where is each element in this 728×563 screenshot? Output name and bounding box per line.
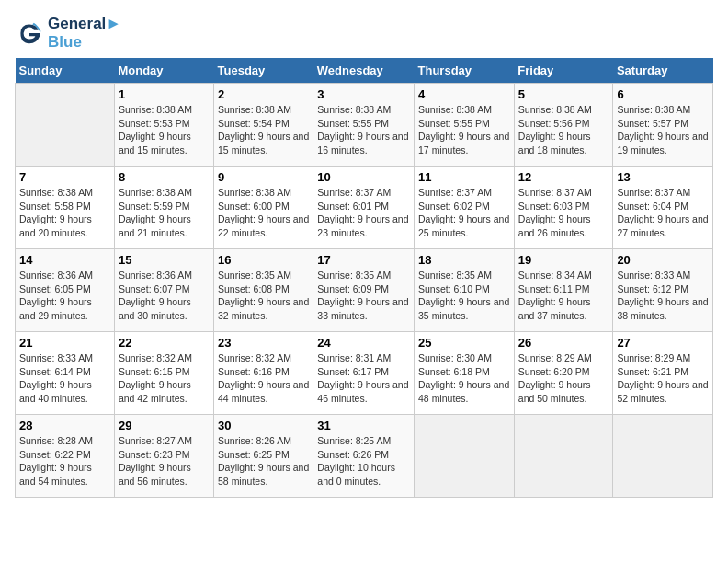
day-number: 23 — [218, 336, 309, 350]
cell-info: Sunrise: 8:29 AMSunset: 6:21 PMDaylight:… — [617, 351, 709, 406]
calendar-cell — [415, 415, 515, 498]
day-number: 31 — [317, 419, 410, 432]
calendar-cell — [16, 84, 115, 167]
day-number: 13 — [617, 170, 709, 184]
calendar-cell — [613, 415, 713, 498]
day-number: 20 — [617, 253, 709, 267]
calendar-cell: 27Sunrise: 8:29 AMSunset: 6:21 PMDayligh… — [613, 332, 713, 415]
calendar-cell — [514, 415, 613, 498]
day-number: 17 — [317, 253, 410, 267]
cell-info: Sunrise: 8:36 AMSunset: 6:07 PMDaylight:… — [119, 269, 210, 323]
day-number: 14 — [19, 253, 110, 267]
cell-info: Sunrise: 8:25 AMSunset: 6:26 PMDaylight:… — [317, 434, 410, 488]
cell-info: Sunrise: 8:37 AMSunset: 6:04 PMDaylight:… — [617, 186, 709, 240]
calendar-cell: 18Sunrise: 8:35 AMSunset: 6:10 PMDayligh… — [415, 249, 515, 332]
calendar-cell: 12Sunrise: 8:37 AMSunset: 6:03 PMDayligh… — [514, 167, 613, 249]
day-header: Thursday — [415, 58, 515, 84]
calendar-week-row: 7Sunrise: 8:38 AMSunset: 5:58 PMDaylight… — [16, 167, 713, 249]
logo-icon — [15, 18, 44, 48]
calendar-cell: 31Sunrise: 8:25 AMSunset: 6:26 PMDayligh… — [313, 415, 415, 498]
calendar-cell: 24Sunrise: 8:31 AMSunset: 6:17 PMDayligh… — [313, 332, 415, 415]
calendar-cell: 14Sunrise: 8:36 AMSunset: 6:05 PMDayligh… — [16, 249, 115, 332]
cell-info: Sunrise: 8:38 AMSunset: 5:55 PMDaylight:… — [317, 103, 410, 157]
day-number: 6 — [617, 87, 709, 101]
day-number: 30 — [218, 419, 309, 432]
calendar-cell: 7Sunrise: 8:38 AMSunset: 5:58 PMDaylight… — [16, 167, 115, 249]
calendar-cell: 3Sunrise: 8:38 AMSunset: 5:55 PMDaylight… — [313, 84, 415, 167]
day-header: Friday — [514, 58, 613, 84]
calendar-week-row: 21Sunrise: 8:33 AMSunset: 6:14 PMDayligh… — [16, 332, 713, 415]
day-header: Monday — [114, 58, 213, 84]
day-number: 28 — [19, 419, 110, 432]
calendar-cell: 25Sunrise: 8:30 AMSunset: 6:18 PMDayligh… — [415, 332, 515, 415]
day-number: 10 — [317, 170, 410, 184]
day-number: 24 — [317, 336, 410, 350]
cell-info: Sunrise: 8:37 AMSunset: 6:03 PMDaylight:… — [518, 186, 609, 240]
header-row: SundayMondayTuesdayWednesdayThursdayFrid… — [16, 58, 713, 84]
day-number: 21 — [19, 336, 110, 350]
calendar-cell: 8Sunrise: 8:38 AMSunset: 5:59 PMDaylight… — [114, 167, 213, 249]
calendar-cell: 11Sunrise: 8:37 AMSunset: 6:02 PMDayligh… — [415, 167, 515, 249]
day-number: 2 — [218, 87, 309, 101]
day-number: 8 — [119, 170, 210, 184]
cell-info: Sunrise: 8:32 AMSunset: 6:16 PMDaylight:… — [218, 351, 309, 406]
cell-info: Sunrise: 8:38 AMSunset: 6:00 PMDaylight:… — [218, 186, 309, 240]
day-number: 15 — [119, 253, 210, 267]
calendar-cell: 19Sunrise: 8:34 AMSunset: 6:11 PMDayligh… — [514, 249, 613, 332]
cell-info: Sunrise: 8:38 AMSunset: 5:57 PMDaylight:… — [617, 103, 709, 157]
logo-text: General► Blue — [48, 15, 121, 51]
day-number: 4 — [418, 87, 510, 101]
day-number: 1 — [119, 87, 210, 101]
cell-info: Sunrise: 8:26 AMSunset: 6:25 PMDaylight:… — [218, 434, 309, 488]
calendar-cell: 20Sunrise: 8:33 AMSunset: 6:12 PMDayligh… — [613, 249, 713, 332]
cell-info: Sunrise: 8:38 AMSunset: 5:53 PMDaylight:… — [119, 103, 210, 157]
day-number: 29 — [119, 419, 210, 432]
calendar-cell: 1Sunrise: 8:38 AMSunset: 5:53 PMDaylight… — [114, 84, 213, 167]
cell-info: Sunrise: 8:35 AMSunset: 6:09 PMDaylight:… — [317, 269, 410, 323]
calendar-cell: 29Sunrise: 8:27 AMSunset: 6:23 PMDayligh… — [114, 415, 213, 498]
calendar-cell: 2Sunrise: 8:38 AMSunset: 5:54 PMDaylight… — [214, 84, 313, 167]
day-number: 5 — [518, 87, 609, 101]
calendar-cell: 26Sunrise: 8:29 AMSunset: 6:20 PMDayligh… — [514, 332, 613, 415]
calendar-cell: 6Sunrise: 8:38 AMSunset: 5:57 PMDaylight… — [613, 84, 713, 167]
cell-info: Sunrise: 8:30 AMSunset: 6:18 PMDaylight:… — [418, 351, 510, 406]
calendar-cell: 10Sunrise: 8:37 AMSunset: 6:01 PMDayligh… — [313, 167, 415, 249]
calendar-week-row: 1Sunrise: 8:38 AMSunset: 5:53 PMDaylight… — [16, 84, 713, 167]
calendar-week-row: 28Sunrise: 8:28 AMSunset: 6:22 PMDayligh… — [16, 415, 713, 498]
cell-info: Sunrise: 8:35 AMSunset: 6:08 PMDaylight:… — [218, 269, 309, 323]
day-header: Tuesday — [214, 58, 313, 84]
cell-info: Sunrise: 8:38 AMSunset: 5:56 PMDaylight:… — [518, 103, 609, 157]
calendar-cell: 9Sunrise: 8:38 AMSunset: 6:00 PMDaylight… — [214, 167, 313, 249]
calendar-cell: 4Sunrise: 8:38 AMSunset: 5:55 PMDaylight… — [415, 84, 515, 167]
calendar-cell: 22Sunrise: 8:32 AMSunset: 6:15 PMDayligh… — [114, 332, 213, 415]
cell-info: Sunrise: 8:34 AMSunset: 6:11 PMDaylight:… — [518, 269, 609, 323]
day-number: 9 — [218, 170, 309, 184]
day-number: 26 — [518, 336, 609, 350]
day-header: Saturday — [613, 58, 713, 84]
day-number: 27 — [617, 336, 709, 350]
cell-info: Sunrise: 8:38 AMSunset: 5:54 PMDaylight:… — [218, 103, 309, 157]
day-header: Sunday — [16, 58, 115, 84]
calendar-cell: 16Sunrise: 8:35 AMSunset: 6:08 PMDayligh… — [214, 249, 313, 332]
page-header: General► Blue — [15, 15, 713, 51]
cell-info: Sunrise: 8:38 AMSunset: 5:59 PMDaylight:… — [119, 186, 210, 240]
calendar-cell: 17Sunrise: 8:35 AMSunset: 6:09 PMDayligh… — [313, 249, 415, 332]
calendar-cell: 21Sunrise: 8:33 AMSunset: 6:14 PMDayligh… — [16, 332, 115, 415]
cell-info: Sunrise: 8:33 AMSunset: 6:12 PMDaylight:… — [617, 269, 709, 323]
day-number: 3 — [317, 87, 410, 101]
cell-info: Sunrise: 8:35 AMSunset: 6:10 PMDaylight:… — [418, 269, 510, 323]
calendar-cell: 15Sunrise: 8:36 AMSunset: 6:07 PMDayligh… — [114, 249, 213, 332]
calendar-cell: 13Sunrise: 8:37 AMSunset: 6:04 PMDayligh… — [613, 167, 713, 249]
day-number: 25 — [418, 336, 510, 350]
day-number: 22 — [119, 336, 210, 350]
cell-info: Sunrise: 8:37 AMSunset: 6:02 PMDaylight:… — [418, 186, 510, 240]
day-number: 11 — [418, 170, 510, 184]
calendar-cell: 5Sunrise: 8:38 AMSunset: 5:56 PMDaylight… — [514, 84, 613, 167]
cell-info: Sunrise: 8:37 AMSunset: 6:01 PMDaylight:… — [317, 186, 410, 240]
cell-info: Sunrise: 8:36 AMSunset: 6:05 PMDaylight:… — [19, 269, 110, 323]
day-number: 18 — [418, 253, 510, 267]
cell-info: Sunrise: 8:38 AMSunset: 5:55 PMDaylight:… — [418, 103, 510, 157]
calendar-week-row: 14Sunrise: 8:36 AMSunset: 6:05 PMDayligh… — [16, 249, 713, 332]
calendar-table: SundayMondayTuesdayWednesdayThursdayFrid… — [15, 58, 713, 498]
cell-info: Sunrise: 8:33 AMSunset: 6:14 PMDaylight:… — [19, 351, 110, 406]
